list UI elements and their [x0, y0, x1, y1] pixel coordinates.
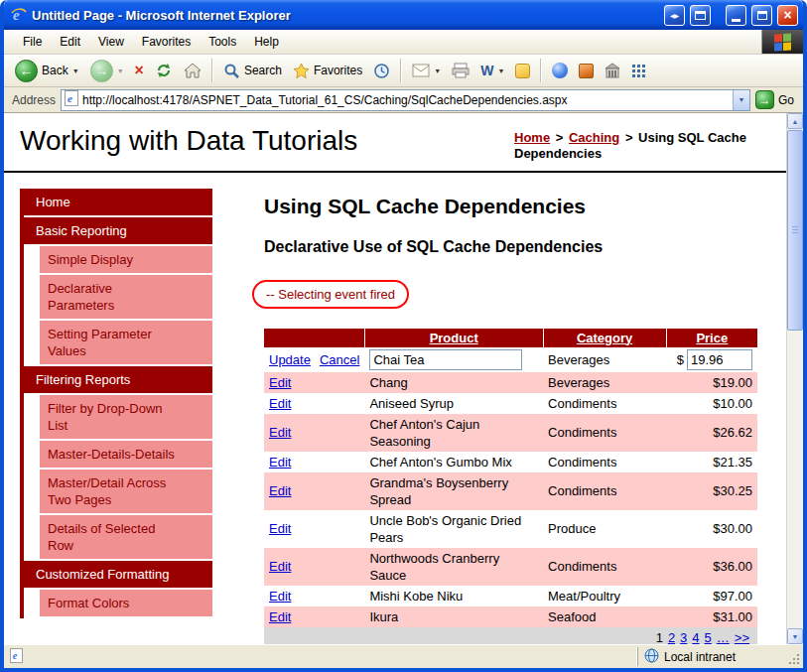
- update-link[interactable]: Update: [269, 352, 311, 367]
- table-row: Edit Uncle Bob's Organic Dried Pears Pro…: [264, 510, 757, 548]
- pager-link[interactable]: 3: [680, 630, 687, 645]
- edit-link[interactable]: Edit: [269, 589, 291, 604]
- browser-viewport: Working with Data Tutorials Home > Cachi…: [4, 113, 803, 644]
- messenger-icon: [515, 64, 530, 78]
- address-input[interactable]: e http://localhost:4178/ASPNET_Data_Tuto…: [61, 89, 750, 111]
- word-dropdown-icon[interactable]: ▼: [497, 67, 504, 74]
- breadcrumb-home-link[interactable]: Home: [514, 130, 550, 145]
- edit-link[interactable]: Edit: [269, 425, 291, 440]
- back-button[interactable]: ← Back ▼: [10, 58, 84, 84]
- sort-category-link[interactable]: Category: [577, 331, 632, 345]
- sidebar-item-basic-reporting[interactable]: Basic Reporting: [24, 217, 212, 244]
- sidebar-item-filter-by-dropdown-list[interactable]: Filter by Drop-Down List: [40, 395, 212, 439]
- scrollbar-thumb[interactable]: [787, 130, 803, 331]
- actions-cell: Edit: [264, 414, 364, 452]
- window-icon: [695, 11, 706, 20]
- edit-link[interactable]: Edit: [269, 455, 291, 470]
- home-button[interactable]: [179, 61, 206, 80]
- go-button[interactable]: → Go: [755, 90, 798, 109]
- sidebar-item-simple-display[interactable]: Simple Display: [40, 246, 212, 273]
- grid-tool-button[interactable]: [626, 62, 651, 80]
- window-panel-button[interactable]: [690, 5, 711, 26]
- sidebar-item-details-of-selected-row[interactable]: Details of Selected Row: [40, 515, 212, 559]
- breadcrumb-caching-link[interactable]: Caching: [569, 130, 619, 145]
- resize-grip[interactable]: [786, 647, 801, 666]
- sidebar-navigation: Home Basic Reporting Simple Display Decl…: [20, 189, 212, 618]
- institution-button[interactable]: [600, 61, 625, 80]
- price-cell: $30.00: [666, 510, 757, 548]
- sidebar-item-setting-parameter-values[interactable]: Setting Parameter Values: [40, 321, 212, 364]
- go-label: Go: [778, 93, 794, 107]
- favorites-star-icon: [293, 63, 310, 79]
- breadcrumb: Home > Caching > Using SQL Cache Depende…: [514, 125, 772, 163]
- grid-header-price: Price: [666, 329, 757, 347]
- edit-link[interactable]: Edit: [269, 609, 291, 624]
- internet-explorer-icon: e: [11, 7, 27, 23]
- messenger-button[interactable]: [510, 62, 535, 80]
- maximize-button[interactable]: [751, 5, 772, 26]
- sidebar-item-master-detail-two-pages[interactable]: Master/Detail Across Two Pages: [40, 470, 212, 513]
- sidebar-item-filtering-reports[interactable]: Filtering Reports: [24, 366, 212, 393]
- edit-link[interactable]: Edit: [269, 396, 291, 411]
- edit-link[interactable]: Edit: [269, 559, 291, 574]
- cancel-link[interactable]: Cancel: [320, 352, 359, 367]
- product-cell: Chang: [364, 372, 543, 393]
- close-button[interactable]: ×: [777, 5, 798, 26]
- table-row: Edit Aniseed Syrup Condiments $10.00: [264, 393, 757, 414]
- edit-with-word-button[interactable]: W ▼: [475, 61, 509, 80]
- refresh-button[interactable]: [150, 60, 178, 81]
- actions-cell: Edit: [264, 510, 364, 548]
- scroll-down-button[interactable]: ▼: [787, 628, 803, 644]
- pager-link[interactable]: 5: [705, 630, 712, 645]
- product-name-input[interactable]: [369, 349, 522, 370]
- pager-next-link[interactable]: >>: [735, 630, 749, 645]
- edit-link[interactable]: Edit: [269, 375, 291, 390]
- sidebar-item-declarative-parameters[interactable]: Declarative Parameters: [40, 275, 212, 319]
- sidebar-item-master-details-details[interactable]: Master-Details-Details: [40, 441, 212, 468]
- menu-view[interactable]: View: [89, 32, 133, 52]
- menu-edit[interactable]: Edit: [51, 32, 89, 52]
- mail-button[interactable]: ▼: [407, 62, 446, 79]
- category-cell: Condiments: [543, 548, 666, 586]
- sort-price-link[interactable]: Price: [696, 331, 728, 345]
- price-cell: $31.00: [666, 606, 757, 627]
- nav-arrows-button[interactable]: ◀▶: [664, 5, 685, 26]
- search-button[interactable]: Search: [218, 61, 287, 81]
- print-button[interactable]: [447, 61, 474, 80]
- favorites-button[interactable]: Favorites: [288, 61, 367, 81]
- sidebar-item-format-colors[interactable]: Format Colors: [40, 590, 212, 616]
- address-dropdown-button[interactable]: ▼: [733, 90, 749, 110]
- svg-text:e: e: [67, 92, 72, 104]
- research-button[interactable]: [574, 62, 599, 80]
- menu-tools[interactable]: Tools: [200, 32, 245, 52]
- scrollbar-track[interactable]: [787, 332, 803, 628]
- breadcrumb-separator: >: [625, 130, 633, 145]
- svg-text:e: e: [13, 650, 18, 661]
- back-dropdown-icon[interactable]: ▼: [72, 67, 79, 74]
- mail-dropdown-icon[interactable]: ▼: [434, 67, 441, 74]
- scroll-up-button[interactable]: ▲: [787, 113, 803, 129]
- category-cell: Condiments: [543, 393, 666, 414]
- minimize-button[interactable]: [726, 5, 746, 26]
- menu-file[interactable]: File: [14, 32, 51, 52]
- edit-link[interactable]: Edit: [269, 483, 291, 498]
- price-input[interactable]: [687, 349, 752, 370]
- forward-button[interactable]: → ▼: [85, 58, 129, 84]
- grid-header-category: Category: [543, 329, 666, 347]
- vertical-scrollbar[interactable]: ▲ ▼: [786, 113, 803, 644]
- address-url[interactable]: http://localhost:4178/ASPNET_Data_Tutori…: [82, 93, 729, 107]
- price-cell: $10.00: [666, 393, 757, 414]
- history-button[interactable]: [368, 61, 395, 81]
- category-cell: Beverages: [543, 372, 666, 393]
- sort-product-link[interactable]: Product: [430, 331, 478, 345]
- menu-favorites[interactable]: Favorites: [133, 32, 200, 52]
- stop-button[interactable]: ×: [130, 61, 149, 80]
- pager-link[interactable]: 2: [668, 630, 675, 645]
- media-button[interactable]: [547, 61, 573, 80]
- sidebar-item-home[interactable]: Home: [24, 189, 212, 215]
- edit-link[interactable]: Edit: [269, 521, 291, 536]
- menu-help[interactable]: Help: [245, 32, 288, 52]
- sidebar-item-customized-formatting[interactable]: Customized Formatting: [24, 561, 212, 588]
- price-cell: $26.62: [666, 414, 757, 452]
- pager-ellipsis-link[interactable]: …: [717, 630, 730, 645]
